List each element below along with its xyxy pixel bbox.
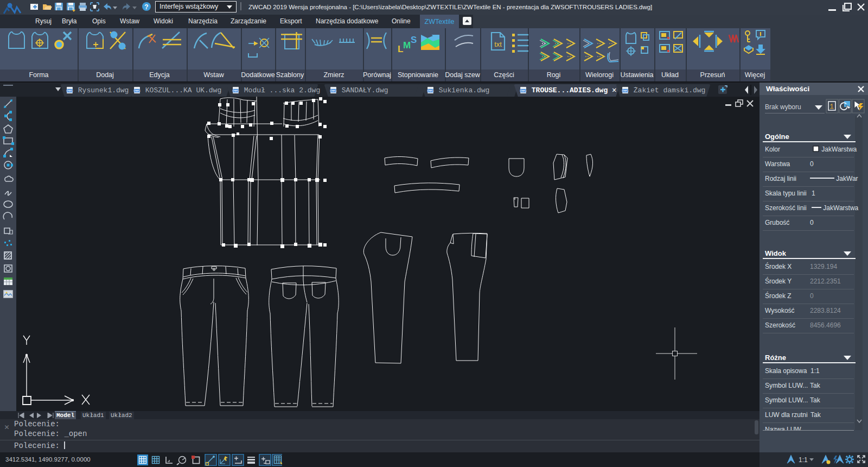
svg-text:DWG: DWG xyxy=(330,89,336,92)
svg-text:DWG: DWG xyxy=(66,89,73,92)
svg-text:M: M xyxy=(403,40,411,51)
svg-text:DWG: DWG xyxy=(427,89,433,92)
svg-text:S: S xyxy=(411,35,417,45)
svg-text:DWG: DWG xyxy=(232,89,239,92)
svg-text:DWG: DWG xyxy=(520,89,526,92)
svg-text:1: 1 xyxy=(829,103,834,111)
svg-text:?: ? xyxy=(144,3,148,11)
svg-text:DWG: DWG xyxy=(133,89,140,92)
svg-text:L: L xyxy=(398,44,403,54)
svg-text:DWG: DWG xyxy=(622,89,628,92)
svg-text:txt: txt xyxy=(494,40,502,48)
svg-text:1:1: 1:1 xyxy=(799,456,808,464)
